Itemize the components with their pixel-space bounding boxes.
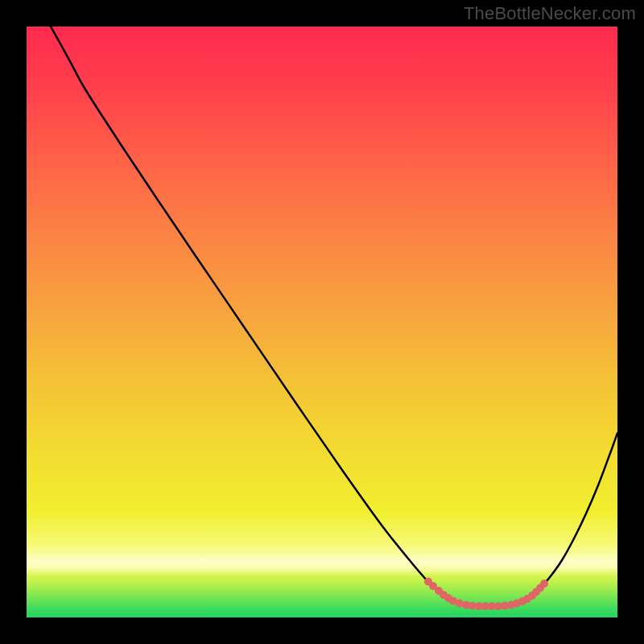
highlight-dot	[540, 580, 548, 588]
plot-svg	[27, 27, 617, 617]
plot-area	[27, 27, 617, 617]
gradient-background	[27, 27, 617, 617]
attribution-text: TheBottleNecker.com	[464, 3, 636, 24]
chart-container: TheBottleNecker.com	[0, 0, 644, 644]
